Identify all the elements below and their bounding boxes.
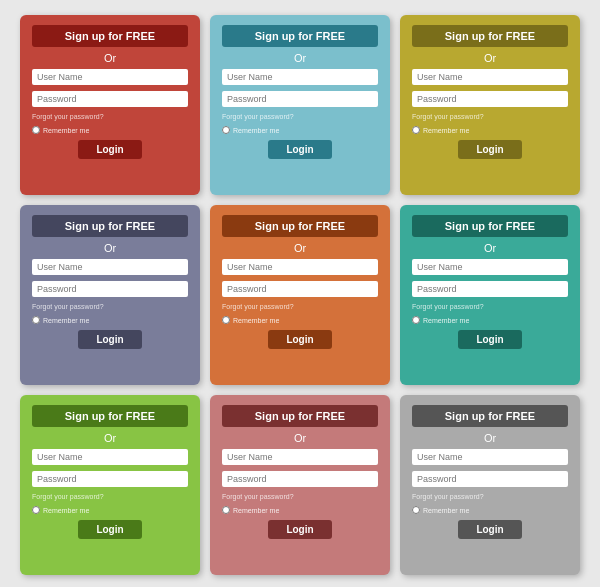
username-input-teal-dark[interactable] bbox=[412, 259, 568, 275]
login-button-teal-light[interactable]: Login bbox=[268, 140, 331, 159]
remember-radio-gray[interactable] bbox=[412, 506, 420, 514]
forgot-text-yellow: Forgot your password? bbox=[412, 113, 484, 120]
remember-radio-orange[interactable] bbox=[222, 316, 230, 324]
forgot-text-teal-light: Forgot your password? bbox=[222, 113, 294, 120]
or-text-yellow: Or bbox=[484, 52, 496, 64]
username-input-yellow[interactable] bbox=[412, 69, 568, 85]
remember-label-teal-dark: Remember me bbox=[423, 317, 469, 324]
login-button-orange[interactable]: Login bbox=[268, 330, 331, 349]
or-text-gray: Or bbox=[484, 432, 496, 444]
signup-button-red[interactable]: Sign up for FREE bbox=[32, 25, 188, 47]
remember-row-yellow: Remember me bbox=[412, 126, 469, 134]
password-input-green[interactable] bbox=[32, 471, 188, 487]
remember-radio-teal-light[interactable] bbox=[222, 126, 230, 134]
or-text-teal-dark: Or bbox=[484, 242, 496, 254]
signup-button-orange[interactable]: Sign up for FREE bbox=[222, 215, 378, 237]
password-input-yellow[interactable] bbox=[412, 91, 568, 107]
login-button-red[interactable]: Login bbox=[78, 140, 141, 159]
remember-label-gray: Remember me bbox=[423, 507, 469, 514]
card-orange: Sign up for FREE Or Forgot your password… bbox=[210, 205, 390, 385]
card-gray: Sign up for FREE Or Forgot your password… bbox=[400, 395, 580, 575]
remember-radio-rose[interactable] bbox=[222, 506, 230, 514]
username-input-gray[interactable] bbox=[412, 449, 568, 465]
or-text-green: Or bbox=[104, 432, 116, 444]
signup-button-yellow[interactable]: Sign up for FREE bbox=[412, 25, 568, 47]
remember-radio-red[interactable] bbox=[32, 126, 40, 134]
login-button-teal-dark[interactable]: Login bbox=[458, 330, 521, 349]
login-button-yellow[interactable]: Login bbox=[458, 140, 521, 159]
username-input-green[interactable] bbox=[32, 449, 188, 465]
login-button-green[interactable]: Login bbox=[78, 520, 141, 539]
password-input-gray[interactable] bbox=[412, 471, 568, 487]
remember-label-slate: Remember me bbox=[43, 317, 89, 324]
password-input-teal-dark[interactable] bbox=[412, 281, 568, 297]
password-input-rose[interactable] bbox=[222, 471, 378, 487]
forgot-text-gray: Forgot your password? bbox=[412, 493, 484, 500]
or-text-slate: Or bbox=[104, 242, 116, 254]
signup-button-rose[interactable]: Sign up for FREE bbox=[222, 405, 378, 427]
card-teal-light: Sign up for FREE Or Forgot your password… bbox=[210, 15, 390, 195]
card-rose: Sign up for FREE Or Forgot your password… bbox=[210, 395, 390, 575]
remember-row-green: Remember me bbox=[32, 506, 89, 514]
signup-button-teal-light[interactable]: Sign up for FREE bbox=[222, 25, 378, 47]
forgot-text-orange: Forgot your password? bbox=[222, 303, 294, 310]
remember-row-teal-dark: Remember me bbox=[412, 316, 469, 324]
login-button-rose[interactable]: Login bbox=[268, 520, 331, 539]
remember-label-yellow: Remember me bbox=[423, 127, 469, 134]
remember-row-red: Remember me bbox=[32, 126, 89, 134]
forgot-text-slate: Forgot your password? bbox=[32, 303, 104, 310]
or-text-orange: Or bbox=[294, 242, 306, 254]
password-input-teal-light[interactable] bbox=[222, 91, 378, 107]
remember-row-orange: Remember me bbox=[222, 316, 279, 324]
remember-radio-teal-dark[interactable] bbox=[412, 316, 420, 324]
remember-label-red: Remember me bbox=[43, 127, 89, 134]
forgot-text-red: Forgot your password? bbox=[32, 113, 104, 120]
username-input-slate[interactable] bbox=[32, 259, 188, 275]
login-button-gray[interactable]: Login bbox=[458, 520, 521, 539]
username-input-red[interactable] bbox=[32, 69, 188, 85]
signup-button-gray[interactable]: Sign up for FREE bbox=[412, 405, 568, 427]
password-input-slate[interactable] bbox=[32, 281, 188, 297]
signup-button-slate[interactable]: Sign up for FREE bbox=[32, 215, 188, 237]
forgot-text-green: Forgot your password? bbox=[32, 493, 104, 500]
forgot-text-teal-dark: Forgot your password? bbox=[412, 303, 484, 310]
username-input-rose[interactable] bbox=[222, 449, 378, 465]
login-button-slate[interactable]: Login bbox=[78, 330, 141, 349]
forgot-text-rose: Forgot your password? bbox=[222, 493, 294, 500]
card-teal-dark: Sign up for FREE Or Forgot your password… bbox=[400, 205, 580, 385]
remember-label-green: Remember me bbox=[43, 507, 89, 514]
card-grid: Sign up for FREE Or Forgot your password… bbox=[5, 0, 595, 587]
card-slate: Sign up for FREE Or Forgot your password… bbox=[20, 205, 200, 385]
password-input-red[interactable] bbox=[32, 91, 188, 107]
remember-radio-slate[interactable] bbox=[32, 316, 40, 324]
remember-radio-green[interactable] bbox=[32, 506, 40, 514]
remember-row-slate: Remember me bbox=[32, 316, 89, 324]
password-input-orange[interactable] bbox=[222, 281, 378, 297]
card-red: Sign up for FREE Or Forgot your password… bbox=[20, 15, 200, 195]
remember-label-orange: Remember me bbox=[233, 317, 279, 324]
or-text-red: Or bbox=[104, 52, 116, 64]
or-text-teal-light: Or bbox=[294, 52, 306, 64]
remember-label-rose: Remember me bbox=[233, 507, 279, 514]
card-yellow: Sign up for FREE Or Forgot your password… bbox=[400, 15, 580, 195]
card-green: Sign up for FREE Or Forgot your password… bbox=[20, 395, 200, 575]
or-text-rose: Or bbox=[294, 432, 306, 444]
remember-row-gray: Remember me bbox=[412, 506, 469, 514]
signup-button-teal-dark[interactable]: Sign up for FREE bbox=[412, 215, 568, 237]
username-input-teal-light[interactable] bbox=[222, 69, 378, 85]
remember-row-teal-light: Remember me bbox=[222, 126, 279, 134]
remember-label-teal-light: Remember me bbox=[233, 127, 279, 134]
remember-radio-yellow[interactable] bbox=[412, 126, 420, 134]
username-input-orange[interactable] bbox=[222, 259, 378, 275]
signup-button-green[interactable]: Sign up for FREE bbox=[32, 405, 188, 427]
remember-row-rose: Remember me bbox=[222, 506, 279, 514]
